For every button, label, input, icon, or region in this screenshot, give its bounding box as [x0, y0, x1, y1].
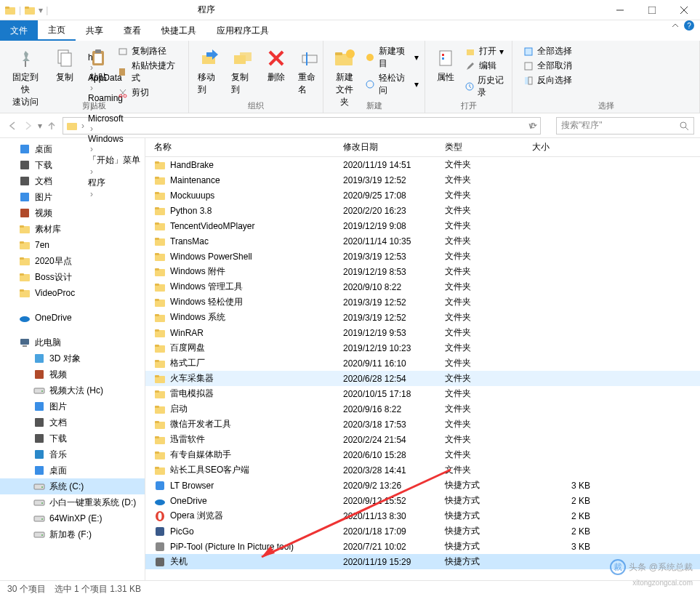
- nav-桌面[interactable]: 桌面: [0, 141, 145, 157]
- search-input[interactable]: 搜索"程序": [556, 117, 694, 135]
- file-date: 2020/2/24 21:54: [343, 435, 445, 445]
- nav-素材库[interactable]: 素材库: [0, 221, 145, 237]
- nav-系统 (C:)[interactable]: 系统 (C:): [0, 478, 145, 494]
- nav-3D 对象[interactable]: 3D 对象: [0, 350, 145, 366]
- file-row[interactable]: Python 3.82020/2/20 16:23文件夹: [145, 203, 700, 218]
- file-type: 文件夹: [445, 449, 532, 461]
- col-name[interactable]: 名称: [154, 141, 343, 153]
- file-row[interactable]: Windows 管理工具2020/9/10 8:22文件夹: [145, 279, 700, 294]
- file-row[interactable]: 火车采集器2020/6/28 12:54文件夹: [145, 371, 700, 386]
- select-all-button[interactable]: 全部选择: [523, 45, 572, 57]
- nav-视频[interactable]: 视频: [0, 366, 145, 382]
- nav-音乐[interactable]: 音乐: [0, 446, 145, 462]
- file-row[interactable]: Windows 附件2019/12/19 8:53文件夹: [145, 264, 700, 279]
- file-row[interactable]: Mockuuups2020/9/25 17:08文件夹: [145, 188, 700, 203]
- open-button[interactable]: 打开 ▾: [464, 45, 506, 57]
- nav-图片[interactable]: 图片: [0, 398, 145, 414]
- nav-Boss设计[interactable]: Boss设计: [0, 269, 145, 285]
- help-icon[interactable]: ?: [684, 20, 694, 31]
- nav-桌面[interactable]: 桌面: [0, 462, 145, 478]
- svg-rect-32: [440, 51, 451, 65]
- file-row[interactable]: Maintenance2019/3/19 12:52文件夹: [145, 172, 700, 188]
- minimize-button[interactable]: [604, 0, 636, 20]
- svg-point-78: [41, 534, 43, 536]
- file-row[interactable]: TransMac2020/11/14 10:35文件夹: [145, 233, 700, 249]
- file-row[interactable]: Opera 浏览器2020/11/13 8:30快捷方式2 KB: [145, 508, 700, 523]
- nav-下载[interactable]: 下载: [0, 157, 145, 173]
- file-row[interactable]: PicGo2020/1/18 17:09快捷方式2 KB: [145, 523, 700, 539]
- file-row[interactable]: PiP-Tool (Picture In Picture tool)2020/7…: [145, 539, 700, 554]
- file-type: 文件夹: [445, 418, 532, 430]
- col-type[interactable]: 类型: [445, 141, 532, 153]
- nav-图片[interactable]: 图片: [0, 189, 145, 205]
- tab-paste-tools[interactable]: 快捷工具: [151, 20, 206, 41]
- col-size[interactable]: 大小: [532, 141, 590, 153]
- file-icon: [154, 297, 166, 308]
- collapse-ribbon-icon[interactable]: [671, 21, 680, 30]
- file-row[interactable]: Windows PowerShell2019/3/19 12:53文件夹: [145, 249, 700, 264]
- close-button[interactable]: [668, 0, 700, 20]
- new-item-button[interactable]: 新建项目 ▾: [364, 45, 419, 70]
- paste-shortcut-button[interactable]: 粘贴快捷方式: [117, 60, 182, 84]
- select-none-button[interactable]: 全部取消: [523, 60, 572, 72]
- forward-button[interactable]: [22, 119, 35, 132]
- file-row[interactable]: HandBrake2020/11/19 14:51文件夹: [145, 157, 700, 172]
- tab-app-tools[interactable]: 应用程序工具: [206, 20, 279, 41]
- col-modified[interactable]: 修改日期: [343, 141, 445, 153]
- svg-rect-104: [155, 329, 159, 332]
- nav-下载[interactable]: 下载: [0, 430, 145, 446]
- edit-button[interactable]: 编辑: [464, 60, 506, 72]
- svg-rect-122: [155, 467, 159, 469]
- file-type: 快捷方式: [445, 479, 532, 491]
- nav-VideoProc[interactable]: VideoProc: [0, 285, 145, 301]
- nav-OneDrive[interactable]: OneDrive: [0, 310, 145, 326]
- file-row[interactable]: 迅雷软件2020/2/24 21:54文件夹: [145, 432, 700, 447]
- nav-7en[interactable]: 7en: [0, 237, 145, 253]
- tab-view[interactable]: 查看: [113, 20, 151, 41]
- tab-share[interactable]: 共享: [76, 20, 113, 41]
- file-row[interactable]: LT Browser2020/9/2 13:26快捷方式3 KB: [145, 478, 700, 493]
- file-type: 文件夹: [445, 281, 532, 293]
- copy-path-button[interactable]: 复制路径: [117, 45, 182, 57]
- file-row[interactable]: 雷电模拟器2020/10/15 17:18文件夹: [145, 386, 700, 401]
- breadcrumb[interactable]: › heh›AppData›Roaming›Microsoft›Windows›…: [63, 117, 541, 135]
- file-date: 2020/2/20 16:23: [343, 206, 445, 216]
- tab-file[interactable]: 文件: [0, 20, 38, 41]
- svg-rect-118: [155, 436, 159, 438]
- up-button[interactable]: [45, 119, 58, 132]
- file-row[interactable]: Windows 系统2019/3/19 12:52文件夹: [145, 310, 700, 325]
- crumb-Microsoft[interactable]: Microsoft: [88, 113, 140, 124]
- file-icon: [154, 327, 166, 339]
- nav-64WinXP  (E:)[interactable]: 64WinXP (E:): [0, 510, 145, 526]
- file-row[interactable]: OneDrive2020/9/12 15:52快捷方式2 KB: [145, 493, 700, 508]
- svg-rect-67: [35, 418, 44, 427]
- nav-小白一键重装系统 (D:)[interactable]: 小白一键重装系统 (D:): [0, 494, 145, 510]
- history-button[interactable]: 历史记录: [464, 74, 506, 99]
- watermark: 裁 头条 @系统总裁: [610, 559, 693, 575]
- nav-2020早点[interactable]: 2020早点: [0, 253, 145, 269]
- nav-文档[interactable]: 文档: [0, 414, 145, 430]
- file-row[interactable]: TencentVideoMPlayer2019/12/19 9:08文件夹: [145, 218, 700, 233]
- nav-此电脑[interactable]: 此电脑: [0, 334, 145, 350]
- file-row[interactable]: 启动2020/9/16 8:22文件夹: [145, 401, 700, 417]
- file-row[interactable]: 微信开发者工具2020/3/18 17:53文件夹: [145, 417, 700, 432]
- cut-button[interactable]: 剪切: [117, 87, 182, 99]
- nav-视频大法 (Hc)[interactable]: 视频大法 (Hc): [0, 382, 145, 398]
- file-row[interactable]: 格式工厂2020/9/11 16:10文件夹: [145, 356, 700, 371]
- nav-新加卷 (F:)[interactable]: 新加卷 (F:): [0, 526, 145, 542]
- file-row[interactable]: 站长工具SEO客户端2020/3/28 14:41文件夹: [145, 462, 700, 478]
- maximize-button[interactable]: [636, 0, 668, 20]
- tab-home[interactable]: 主页: [38, 20, 76, 41]
- nav-视频[interactable]: 视频: [0, 205, 145, 221]
- nav-文档[interactable]: 文档: [0, 173, 145, 189]
- file-name: HandBrake: [170, 160, 214, 170]
- invert-button[interactable]: 反向选择: [523, 74, 572, 87]
- file-row[interactable]: Windows 轻松使用2019/3/19 12:52文件夹: [145, 294, 700, 310]
- group-organize: 组织: [189, 100, 323, 111]
- file-row[interactable]: 百度网盘2019/12/19 10:23文件夹: [145, 340, 700, 356]
- easy-access-button[interactable]: 轻松访问 ▾: [364, 72, 419, 97]
- back-button[interactable]: [6, 119, 19, 132]
- file-row[interactable]: 有专自媒体助手2020/6/10 15:28文件夹: [145, 447, 700, 462]
- svg-rect-82: [155, 161, 159, 164]
- file-row[interactable]: WinRAR2019/12/19 9:53文件夹: [145, 325, 700, 340]
